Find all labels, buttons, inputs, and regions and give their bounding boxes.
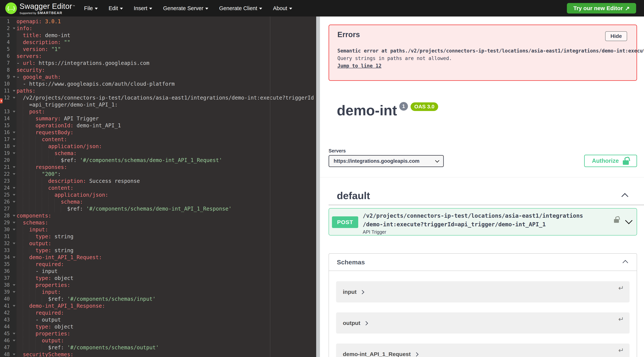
- schema-row[interactable]: demo-int_API_1_Request ↵: [336, 344, 630, 357]
- menu-generate-client[interactable]: Generate Client: [219, 5, 262, 11]
- fold-caret-icon[interactable]: [13, 139, 16, 140]
- menu-insert[interactable]: Insert: [134, 5, 152, 11]
- pane-splitter[interactable]: [316, 16, 320, 357]
- code-line: 13 post:: [0, 108, 316, 115]
- code-line: 38 properties:: [0, 282, 316, 289]
- menu-bar: File Edit Insert Generate Server Generat…: [84, 5, 292, 11]
- chevron-up-icon: [622, 260, 628, 266]
- code-line: 19 schema:: [0, 150, 316, 157]
- schemas-title: Schemas: [337, 259, 365, 266]
- hide-errors-button[interactable]: Hide: [605, 31, 627, 41]
- fold-caret-icon[interactable]: [13, 97, 16, 99]
- section-divider: [320, 177, 644, 177]
- post-method-badge: POST: [332, 216, 358, 228]
- code-editor[interactable]: 1openapi: 3.0.12info:3 title: demo-int4 …: [0, 16, 316, 357]
- jump-to-line-link[interactable]: Jump to line 12: [338, 63, 382, 69]
- code-line: 29 schemas:: [0, 219, 316, 226]
- menu-generate-server[interactable]: Generate Server: [163, 5, 208, 11]
- fold-caret-icon[interactable]: [13, 243, 16, 244]
- api-info: demo-int 1 OAS 3.0: [337, 103, 644, 118]
- code-line: 22 "200":: [0, 171, 316, 178]
- default-section-header[interactable]: default: [328, 190, 637, 201]
- error-line: Semantic error at paths./v2/projects/con…: [338, 47, 636, 54]
- yaml-editor-pane[interactable]: 1openapi: 3.0.12info:3 title: demo-int4 …: [0, 16, 316, 357]
- fold-caret-icon[interactable]: [13, 173, 16, 175]
- selected-server: https://integrations.googleapis.com: [334, 158, 436, 164]
- scheme-container: Servers https://integrations.googleapis.…: [328, 148, 637, 167]
- code-line: 32 output:: [0, 240, 316, 247]
- code-line: =api_trigger/demo-int_API_1:: [0, 101, 316, 108]
- code-line: 36 - input: [0, 268, 316, 275]
- code-line: 47 $ref: '#/components/schemas/output': [0, 344, 316, 351]
- servers-select[interactable]: https://integrations.googleapis.com: [328, 155, 444, 167]
- schemas-list: input ↵ output ↵ demo-int_API_1_Request …: [329, 271, 637, 357]
- code-line: 48 securitySchemes:: [0, 351, 316, 357]
- fold-caret-icon[interactable]: [13, 340, 16, 342]
- supported-by: Supported bySMARTBEAR: [20, 11, 75, 15]
- caret-down-icon: [259, 8, 262, 9]
- code-line: 23 description: Success response: [0, 178, 316, 185]
- fold-caret-icon[interactable]: [13, 229, 16, 230]
- auth-lock-icon[interactable]: [614, 216, 619, 223]
- menu-edit[interactable]: Edit: [109, 5, 123, 11]
- code-line: 26 schema:: [0, 198, 316, 205]
- smartbear-brand: SMARTBEAR: [37, 11, 62, 15]
- fold-caret-icon[interactable]: [13, 90, 16, 92]
- code-line: 8security:: [0, 66, 316, 73]
- default-section-divider: [328, 205, 644, 205]
- servers-label: Servers: [328, 148, 444, 154]
- fold-caret-icon[interactable]: [13, 76, 16, 78]
- code-line: 5 version: "1": [0, 46, 316, 53]
- caret-down-icon: [95, 8, 98, 9]
- code-line: 41 demo-int_API_1_Response:: [0, 303, 316, 309]
- authorize-button[interactable]: Authorize: [584, 155, 637, 167]
- post-operation-row[interactable]: POST /v2/projects/connectors-ip-test/loc…: [328, 208, 637, 236]
- error-marker-icon: [0, 98, 3, 103]
- default-section-title: default: [337, 190, 370, 201]
- fold-caret-icon[interactable]: [13, 111, 16, 112]
- error-type: Semantic error: [338, 48, 378, 54]
- schemas-header[interactable]: Schemas: [329, 254, 637, 271]
- code-line: 28components:: [0, 212, 316, 219]
- schema-row[interactable]: output ↵: [336, 312, 630, 334]
- fold-caret-icon[interactable]: [13, 132, 16, 133]
- try-new-editor-button[interactable]: Try our new Editor↗: [567, 3, 636, 13]
- menu-about[interactable]: About: [273, 5, 292, 11]
- code-line: 11paths:: [0, 87, 316, 94]
- code-line: 21 responses:: [0, 164, 316, 171]
- fold-caret-icon[interactable]: [13, 284, 16, 286]
- chevron-down-icon: [435, 158, 440, 163]
- code-line: 39 input:: [0, 289, 316, 296]
- fold-caret-icon[interactable]: [13, 222, 16, 224]
- operation-path: /v2/projects/connectors-ip-test/location…: [363, 209, 637, 229]
- code-line: 42 required:: [0, 309, 316, 316]
- code-line: 12 /v2/projects/connectors-ip-test/locat…: [0, 94, 316, 101]
- fold-caret-icon[interactable]: [13, 27, 16, 29]
- fold-caret-icon[interactable]: [13, 354, 16, 355]
- fold-caret-icon[interactable]: [13, 333, 16, 335]
- fold-caret-icon[interactable]: [13, 257, 16, 258]
- menu-file[interactable]: File: [84, 5, 98, 11]
- return-icon: ↵: [618, 347, 624, 354]
- fold-caret-icon[interactable]: [13, 291, 16, 293]
- schema-name: input: [343, 289, 356, 295]
- fold-caret-icon[interactable]: [13, 187, 16, 189]
- fold-caret-icon[interactable]: [13, 215, 16, 217]
- fold-caret-icon[interactable]: [13, 305, 16, 307]
- fold-caret-icon[interactable]: [13, 194, 16, 196]
- code-line: 15 operationId: demo-int_API_1: [0, 122, 316, 129]
- operation-summary: API Trigger: [363, 229, 637, 235]
- fold-caret-icon[interactable]: [13, 201, 16, 203]
- caret-down-icon: [149, 8, 152, 9]
- code-line: 33 type: string: [0, 247, 316, 254]
- fold-caret-icon[interactable]: [13, 145, 16, 147]
- code-line: 27 $ref: '#/components/schemas/demo-int_…: [0, 205, 316, 212]
- code-line: 4 description: "": [0, 39, 316, 46]
- fold-caret-icon[interactable]: [13, 152, 16, 154]
- schema-row[interactable]: input ↵: [336, 281, 630, 303]
- swagger-logo[interactable]: Swagger Editor Supported bySMARTBEAR: [5, 2, 75, 15]
- caret-down-icon: [120, 8, 123, 9]
- chevron-right-icon: [364, 321, 368, 325]
- code-line: 31 type: string: [0, 233, 316, 240]
- fold-caret-icon[interactable]: [13, 166, 16, 168]
